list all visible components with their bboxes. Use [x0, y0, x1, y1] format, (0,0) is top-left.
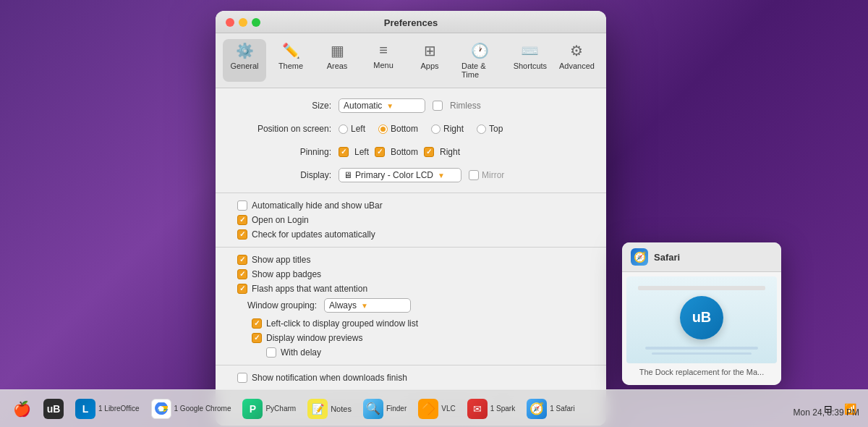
dock-item-finder[interactable]: 🔍 Finder	[357, 396, 412, 422]
dock-item-ubar[interactable]: uB	[38, 396, 69, 422]
check-updates-checkbox[interactable]	[237, 229, 247, 240]
tab-menu[interactable]: ≡ Menu	[362, 39, 405, 82]
display-value: Primary - Color LCD	[355, 170, 433, 180]
pin-right-label: Right	[440, 147, 460, 157]
show-titles-checkbox[interactable]	[237, 255, 247, 265]
dock-safari-label: 1 Safari	[550, 405, 574, 413]
size-select-arrow: ▼	[386, 102, 393, 110]
open-login-group: Open on Login	[237, 215, 584, 225]
show-titles-label: Show app titles	[252, 255, 310, 265]
rimless-checkbox[interactable]	[433, 101, 443, 111]
position-bottom-radio[interactable]	[378, 124, 388, 134]
show-titles-group: Show app titles	[237, 255, 584, 265]
apps-icon: ⊞	[424, 42, 436, 59]
minimize-button[interactable]	[239, 18, 247, 27]
window-buttons	[226, 18, 260, 27]
auto-hide-checkbox[interactable]	[237, 200, 247, 211]
dock-spark-label: 1 Spark	[490, 405, 515, 413]
tab-apps[interactable]: ⊞ Apps	[408, 39, 451, 82]
tab-advanced[interactable]: ⚙ Advanced	[555, 39, 599, 82]
notes-icon: 📝	[307, 399, 328, 419]
with-delay-checkbox[interactable]	[266, 347, 276, 358]
areas-icon: ▦	[331, 42, 344, 59]
close-button[interactable]	[226, 18, 234, 27]
window-grouping-row: Window grouping: Always ▼	[237, 298, 584, 313]
safari-app-icon: 🧭	[631, 248, 648, 266]
tab-areas[interactable]: ▦ Areas	[315, 39, 359, 82]
dock-item-notes[interactable]: 📝 Notes	[302, 396, 357, 422]
position-right-group: Right	[431, 124, 469, 134]
safari-popup-title: Safari	[654, 252, 680, 263]
open-login-checkbox[interactable]	[237, 215, 247, 225]
section-login: Automatically hide and show uBar Open on…	[216, 193, 606, 248]
pin-bottom-checkbox[interactable]	[375, 147, 385, 157]
tab-advanced-label: Advanced	[559, 62, 595, 70]
notify-downloads-checkbox[interactable]	[237, 373, 247, 383]
position-top-label: Top	[489, 124, 503, 134]
left-click-grouped-checkbox[interactable]	[252, 318, 262, 329]
left-click-grouped-label: Left-click to display grouped window lis…	[266, 318, 418, 329]
safari-screenshot-inner: uB	[626, 282, 777, 359]
preferences-window: Preferences ⚙️ General ✏️ Theme ▦ Areas …	[216, 11, 606, 426]
display-previews-group: Display window previews	[252, 333, 584, 343]
pin-left-label: Left	[354, 147, 369, 157]
display-previews-label: Display window previews	[266, 333, 362, 343]
ubar-logo: uB	[680, 296, 723, 339]
pin-right-checkbox[interactable]	[424, 147, 434, 157]
dock-finder-label: Finder	[386, 405, 407, 413]
dock-item-pycharm[interactable]: P PyCharm	[237, 396, 302, 422]
open-login-label: Open on Login	[252, 215, 309, 225]
tab-theme[interactable]: ✏️ Theme	[269, 39, 312, 82]
tab-date-time-label: Date & Time	[461, 62, 498, 79]
rimless-group: Rimless	[433, 101, 481, 111]
display-label: Display:	[237, 170, 331, 180]
safari-text-placeholder-2	[652, 352, 751, 355]
dock-pycharm-label: PyCharm	[265, 405, 296, 413]
rimless-label: Rimless	[450, 101, 481, 111]
window-grouping-label: Window grouping:	[237, 300, 317, 310]
position-top-radio[interactable]	[477, 124, 486, 134]
dock-item-libreoffice[interactable]: L 1 LibreOffice	[69, 396, 145, 422]
safari-icon: 🧭	[527, 399, 547, 419]
tab-date-time[interactable]: 🕐 Date & Time	[454, 39, 506, 82]
desktop: Preferences ⚙️ General ✏️ Theme ▦ Areas …	[0, 0, 868, 427]
position-right-label: Right	[443, 124, 464, 134]
show-badges-checkbox[interactable]	[237, 269, 247, 279]
tab-shortcuts[interactable]: ⌨️ Shortcuts	[509, 39, 552, 82]
dock-item-chrome[interactable]: 1 Google Chrome	[145, 396, 237, 422]
maximize-button[interactable]	[252, 18, 260, 27]
dock-vlc-label: VLC	[441, 405, 455, 413]
display-previews-checkbox[interactable]	[252, 333, 262, 343]
check-updates-label: Check for updates automatically	[252, 229, 375, 240]
left-click-grouped-group: Left-click to display grouped window lis…	[252, 318, 584, 329]
position-right-radio[interactable]	[431, 124, 441, 134]
size-select[interactable]: Automatic ▼	[339, 98, 425, 113]
position-left-radio[interactable]	[339, 124, 348, 134]
svg-point-1	[158, 406, 163, 411]
vlc-icon: 🔶	[418, 399, 438, 419]
menu-icon: ≡	[379, 42, 388, 59]
toolbar: ⚙️ General ✏️ Theme ▦ Areas ≡ Menu ⊞ App…	[216, 33, 606, 88]
with-delay-group: With delay	[266, 347, 584, 358]
position-left-group: Left	[339, 124, 371, 134]
chrome-icon	[151, 399, 171, 419]
pin-left-checkbox[interactable]	[339, 147, 349, 157]
window-title: Preferences	[384, 17, 438, 28]
display-select-arrow: ▼	[438, 172, 445, 179]
dock-item-vlc[interactable]: 🔶 VLC	[412, 396, 461, 422]
auto-hide-label: Automatically hide and show uBar	[252, 200, 383, 211]
size-label: Size:	[237, 101, 331, 111]
shortcuts-icon: ⌨️	[521, 42, 539, 59]
position-controls: Left Bottom Right Top	[339, 124, 509, 134]
window-grouping-select[interactable]: Always ▼	[324, 298, 411, 313]
dock-item-safari[interactable]: 🧭 1 Safari	[521, 396, 580, 422]
with-delay-label: With delay	[281, 347, 321, 358]
tab-general[interactable]: ⚙️ General	[223, 39, 266, 82]
dock-item-apple[interactable]: 🍎	[6, 396, 38, 422]
window-grouping-value: Always	[329, 300, 357, 310]
flash-apps-checkbox[interactable]	[237, 284, 247, 294]
mirror-checkbox[interactable]	[469, 170, 479, 180]
dock-item-spark[interactable]: ✉ 1 Spark	[461, 396, 521, 422]
tab-menu-label: Menu	[373, 61, 393, 69]
display-select[interactable]: 🖥 Primary - Color LCD ▼	[339, 168, 461, 182]
